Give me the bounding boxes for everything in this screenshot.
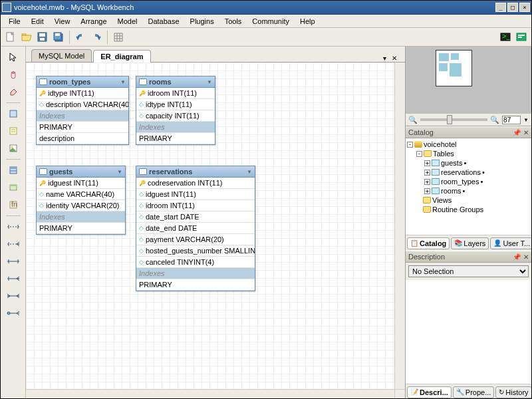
menu-arrange[interactable]: Arrange xyxy=(75,16,112,27)
index: PRIMARY xyxy=(136,279,255,291)
indexes-header: Indexes xyxy=(37,110,128,122)
column: identity VARCHAR(20) xyxy=(37,200,125,211)
view-tool[interactable] xyxy=(5,180,22,196)
terminal-button[interactable]: >_ xyxy=(498,30,513,45)
rel-1-n-id-tool[interactable] xyxy=(5,271,22,287)
table-title: guests xyxy=(49,168,72,176)
svg-rect-3 xyxy=(39,33,45,37)
maximize-button[interactable]: □ xyxy=(507,3,518,12)
svg-rect-7 xyxy=(55,33,60,36)
layer-tool[interactable] xyxy=(5,106,22,122)
output-button[interactable] xyxy=(514,30,529,45)
index: PRIMARY xyxy=(136,133,215,144)
column: idtype INT(11) xyxy=(37,88,128,99)
svg-rect-25 xyxy=(10,167,17,169)
close-panel-icon[interactable]: ✕ xyxy=(523,253,529,261)
indexes-header: Indexes xyxy=(136,122,215,133)
rel-n-m-tool[interactable] xyxy=(5,288,22,304)
redo-button[interactable] xyxy=(89,30,104,45)
tree-views: Views xyxy=(407,196,530,205)
table-reservations[interactable]: reservations▼ codreservation INT(11) idg… xyxy=(136,166,255,291)
main-toolbar: >_ xyxy=(1,28,531,47)
menu-help[interactable]: Help xyxy=(295,16,321,27)
close-button[interactable]: × xyxy=(519,3,530,12)
catalog-tab-catalog[interactable]: 📋 Catalog xyxy=(407,237,450,249)
eraser-tool[interactable] xyxy=(5,84,22,100)
menu-file[interactable]: File xyxy=(3,16,26,27)
save-all-button[interactable] xyxy=(51,30,66,45)
minimize-button[interactable]: _ xyxy=(495,3,506,12)
catalog-title: Catalog xyxy=(408,128,434,136)
catalog-tab-user[interactable]: 👤 User T... xyxy=(490,237,532,249)
right-panel: 🔍 🔍 ▼ Catalog 📌 ✕ -voicehotel -Tables +g… xyxy=(405,47,531,399)
scrollbar-vertical[interactable] xyxy=(394,63,405,389)
close-panel-icon[interactable]: ✕ xyxy=(523,129,529,136)
table-tool[interactable] xyxy=(5,162,22,178)
menu-plugins[interactable]: Plugins xyxy=(185,16,219,27)
indexes-header: Indexes xyxy=(37,211,125,223)
rel-1-n-nonid-tool[interactable] xyxy=(5,236,22,252)
column: name VARCHAR(40) xyxy=(37,189,125,200)
diagram-canvas[interactable]: room_types▼ idtype INT(11) description V… xyxy=(26,63,405,399)
tree-table-item: +reservations • xyxy=(407,168,530,177)
app-icon xyxy=(2,3,11,12)
table-guests[interactable]: guests▼ idguest INT(11) name VARCHAR(40)… xyxy=(36,166,126,235)
tool-palette: fn xyxy=(1,47,26,399)
new-file-button[interactable] xyxy=(3,30,18,45)
image-tool[interactable] xyxy=(5,140,22,156)
description-selector[interactable]: No Selection xyxy=(408,265,529,277)
grid-toggle-button[interactable] xyxy=(111,30,126,45)
note-tool[interactable] xyxy=(5,123,22,139)
catalog-tab-layers[interactable]: 📚 Layers xyxy=(451,237,489,249)
rel-existing-tool[interactable] xyxy=(5,305,22,321)
diagram-tabbar: MySQL Model ER_diagram ▾ ✕ xyxy=(26,47,405,63)
svg-rect-28 xyxy=(10,185,17,186)
svg-rect-16 xyxy=(518,35,525,36)
tree-tables: -Tables xyxy=(407,149,530,158)
table-rooms[interactable]: rooms▼ idroom INT(11) idtype INT(11) cap… xyxy=(136,76,215,145)
tab-er-diagram[interactable]: ER_diagram xyxy=(93,50,150,63)
svg-rect-8 xyxy=(114,33,122,41)
scrollbar-horizontal[interactable] xyxy=(26,389,394,399)
menu-edit[interactable]: Edit xyxy=(26,16,49,27)
desc-tab-description[interactable]: 📝 Descri... xyxy=(407,386,452,398)
tab-close[interactable]: ✕ xyxy=(389,55,400,62)
routine-tool[interactable]: fn xyxy=(5,197,22,213)
open-file-button[interactable] xyxy=(19,30,34,45)
rel-1-1-id-tool[interactable] xyxy=(5,253,22,269)
menu-community[interactable]: Community xyxy=(247,16,295,27)
zoom-in-icon[interactable]: 🔍 xyxy=(490,116,499,124)
menu-tools[interactable]: Tools xyxy=(219,16,247,27)
navigator-view[interactable] xyxy=(406,47,531,114)
zoom-dropdown[interactable]: ▼ xyxy=(523,117,529,123)
zoom-out-icon[interactable]: 🔍 xyxy=(408,116,418,124)
column: idguest INT(11) xyxy=(37,178,125,189)
column: idguest INT(11) xyxy=(136,189,255,200)
index: description xyxy=(37,133,128,144)
save-button[interactable] xyxy=(35,30,50,45)
column: payment VARCHAR(20) xyxy=(136,234,255,245)
menu-view[interactable]: View xyxy=(49,16,76,27)
zoom-slider[interactable] xyxy=(420,118,487,121)
menu-model[interactable]: Model xyxy=(112,16,143,27)
tab-dropdown[interactable]: ▾ xyxy=(380,55,389,62)
rel-1-1-nonid-tool[interactable] xyxy=(5,219,22,235)
column: idtype INT(11) xyxy=(136,99,215,110)
description-body[interactable] xyxy=(406,280,531,384)
zoom-input[interactable] xyxy=(502,116,521,124)
menu-database[interactable]: Database xyxy=(142,16,184,27)
catalog-tree[interactable]: -voicehotel -Tables +guests • +reservati… xyxy=(406,138,531,235)
undo-button[interactable] xyxy=(73,30,88,45)
pin-icon[interactable]: 📌 xyxy=(513,253,521,261)
indexes-header: Indexes xyxy=(136,268,255,279)
index: PRIMARY xyxy=(37,122,128,133)
hand-tool[interactable] xyxy=(5,66,22,82)
table-room-types[interactable]: room_types▼ idtype INT(11) description V… xyxy=(36,76,129,145)
pin-icon[interactable]: 📌 xyxy=(513,129,521,136)
desc-tab-properties[interactable]: 🔧 Prope... xyxy=(453,386,495,398)
desc-tab-history[interactable]: ↻ History xyxy=(495,386,531,398)
column: description VARCHAR(40) xyxy=(37,99,128,110)
tab-mysql-model[interactable]: MySQL Model xyxy=(31,49,92,62)
column: codreservation INT(11) xyxy=(136,178,255,189)
pointer-tool[interactable] xyxy=(5,49,22,65)
